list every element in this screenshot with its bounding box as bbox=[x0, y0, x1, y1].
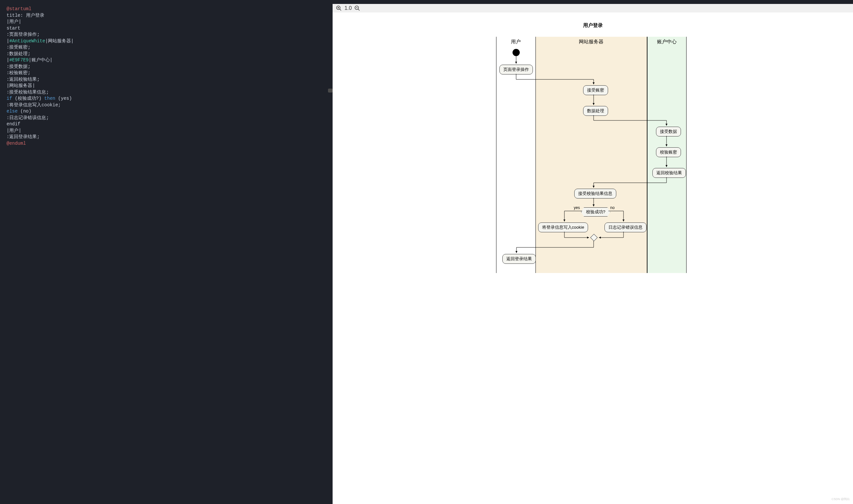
activity-node: 返回登录结果 bbox=[502, 254, 536, 264]
code-line[interactable]: title: 用户登录 bbox=[6, 13, 326, 19]
code-line[interactable]: endif bbox=[6, 121, 326, 128]
code-line[interactable]: :接受校验结果信息; bbox=[6, 89, 326, 96]
code-line[interactable]: :将登录信息写入cookie; bbox=[6, 102, 326, 109]
start-node bbox=[512, 49, 520, 56]
decision-node: 校验成功? bbox=[581, 208, 610, 217]
code-line[interactable]: :校验账密; bbox=[6, 70, 326, 76]
top-bar bbox=[333, 0, 853, 4]
lane-header-account: 账户中心 bbox=[647, 37, 686, 47]
activity-node: 接受校验结果信息 bbox=[574, 189, 616, 199]
code-line[interactable]: :数据处理; bbox=[6, 51, 326, 57]
editor-scrollbar[interactable] bbox=[328, 89, 333, 92]
lane-header-server: 网站服务器 bbox=[536, 37, 647, 47]
branch-yes: yes bbox=[574, 205, 580, 210]
diagram-title: 用户登录 bbox=[496, 22, 690, 29]
code-line[interactable]: @enduml bbox=[6, 141, 326, 147]
zoom-in-icon[interactable] bbox=[336, 5, 342, 11]
activity-node: 将登录信息写入cookie bbox=[538, 222, 588, 232]
code-line[interactable]: |用户| bbox=[6, 19, 326, 25]
code-line[interactable]: :返回校验结果; bbox=[6, 76, 326, 83]
swimlanes: 用户 网站服务器 账户中心 页面登录操作 接受账密 数据处理 接受数据 校验账密… bbox=[496, 37, 690, 273]
diagram-viewport[interactable]: 用户登录 用户 网站服务器 账户中心 页面登录操作 接受账密 数据处理 接受数据… bbox=[333, 13, 853, 504]
activity-node: 返回校验结果 bbox=[652, 168, 686, 178]
code-line[interactable]: |#AntiqueWhite|网站服务器| bbox=[6, 38, 326, 44]
code-line[interactable]: :日志记录错误信息; bbox=[6, 115, 326, 121]
activity-node: 校验账密 bbox=[656, 147, 681, 157]
activity-node: 日志记录错误信息 bbox=[605, 222, 646, 232]
zoom-toolbar: 1.0 bbox=[333, 4, 853, 13]
code-line[interactable]: |#E9F7E9|账户中心| bbox=[6, 57, 326, 64]
branch-no: no bbox=[610, 205, 615, 210]
activity-node: 接受账密 bbox=[583, 85, 608, 95]
code-editor[interactable]: @startumltitle: 用户登录|用户|start:页面登录操作;|#A… bbox=[0, 0, 333, 504]
code-line[interactable]: :接受数据; bbox=[6, 64, 326, 70]
activity-node: 页面登录操作 bbox=[499, 65, 533, 74]
watermark: CSDN @阿白 bbox=[832, 497, 850, 501]
code-line[interactable]: :接受账密; bbox=[6, 44, 326, 51]
activity-node: 接受数据 bbox=[656, 127, 681, 137]
code-line[interactable]: @startuml bbox=[6, 6, 326, 13]
zoom-out-icon[interactable] bbox=[354, 5, 360, 11]
code-line[interactable]: :页面登录操作; bbox=[6, 32, 326, 38]
code-line[interactable]: :返回登录结果; bbox=[6, 134, 326, 141]
svg-line-1 bbox=[340, 9, 342, 11]
code-line[interactable]: else (no) bbox=[6, 108, 326, 115]
lane-header-user: 用户 bbox=[497, 37, 536, 47]
zoom-value: 1.0 bbox=[344, 5, 352, 11]
code-line[interactable]: start bbox=[6, 25, 326, 32]
preview-pane: 1.0 用户登录 用户 网站服务器 账户中心 页面登录操作 接受账密 bbox=[333, 0, 853, 504]
code-line[interactable]: |网站服务器| bbox=[6, 83, 326, 89]
code-line[interactable]: if (校验成功?) then (yes) bbox=[6, 95, 326, 102]
activity-node: 数据处理 bbox=[583, 106, 608, 116]
svg-line-5 bbox=[358, 9, 360, 11]
code-line[interactable]: |用户| bbox=[6, 128, 326, 134]
